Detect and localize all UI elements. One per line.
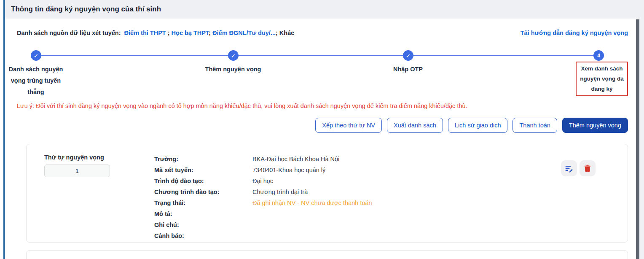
check-icon: ✓ bbox=[406, 53, 411, 59]
field-row-truong: Trường: BKA-Đại học Bách Khoa Hà Nội bbox=[154, 154, 372, 165]
transaction-history-button[interactable]: Lịch sử giao dịch bbox=[448, 118, 508, 133]
field-label: Mô tả: bbox=[154, 210, 252, 217]
field-row-trinh-do: Trình độ đào tạo: Đại học bbox=[154, 175, 372, 186]
step-3-label[interactable]: Nhập OTP bbox=[362, 64, 454, 75]
add-wish-button[interactable]: Thêm nguyện vọng bbox=[562, 118, 628, 133]
step-4-label-highlighted[interactable]: Xem danh sách nguyện vọng đã đăng ký bbox=[576, 62, 628, 96]
field-row-chuong-trinh: Chương trình đào tạo: Chương trình đại t… bbox=[154, 186, 372, 197]
field-value: BKA-Đại học Bách Khoa Hà Nội bbox=[252, 156, 339, 162]
field-value: Đại học bbox=[252, 178, 273, 184]
next-wish-card-edge bbox=[26, 250, 628, 259]
field-row-ma-xet-tuyen: Mã xét tuyển: 7340401-Khoa học quản lý bbox=[154, 165, 372, 175]
left-accent-bar bbox=[3, 0, 5, 259]
step-3-indicator[interactable]: ✓ bbox=[403, 50, 413, 61]
field-label: Mã xét tuyển: bbox=[154, 167, 252, 173]
field-row-canh-bao: Cảnh báo: bbox=[154, 230, 372, 241]
datasource-link-diem-thi-thpt[interactable]: Điểm thi THPT bbox=[124, 30, 166, 36]
check-icon: ✓ bbox=[34, 53, 39, 59]
trash-icon bbox=[583, 164, 592, 173]
datasource-list: Danh sách nguồn dữ liệu xét tuyển: Điểm … bbox=[17, 30, 296, 36]
check-icon: ✓ bbox=[231, 53, 236, 59]
page-header: Thông tin đăng ký nguyện vọng của thí si… bbox=[5, 0, 644, 19]
status-badge: Đã ghi nhận NV - NV chưa được thanh toán bbox=[252, 200, 372, 206]
step-4-indicator[interactable]: 4 bbox=[593, 50, 604, 61]
stepper-line bbox=[36, 55, 598, 56]
field-value: Chương trình đại trà bbox=[252, 189, 308, 195]
payment-button[interactable]: Thanh toán bbox=[513, 118, 557, 133]
field-label: Trạng thái: bbox=[154, 200, 252, 206]
datasource-bar: Danh sách nguồn dữ liệu xét tuyển: Điểm … bbox=[17, 30, 628, 36]
delete-wish-button[interactable] bbox=[580, 160, 596, 176]
field-label: Cảnh báo: bbox=[154, 232, 252, 239]
sort-by-order-button[interactable]: Xếp theo thứ tự NV bbox=[315, 118, 382, 133]
edit-icon bbox=[565, 164, 574, 173]
step-1-label[interactable]: Danh sách nguyện vọng trúng tuyển thẳng bbox=[4, 64, 67, 98]
field-label: Trình độ đào tạo: bbox=[154, 178, 252, 184]
wish-card: Thứ tự nguyện vọng Trường: BKA-Đại học B… bbox=[26, 144, 628, 243]
datasource-link-hoc-ba-thpt[interactable]: Học bạ THPT bbox=[172, 30, 209, 36]
wish-fields: Trường: BKA-Đại học Bách Khoa Hà Nội Mã … bbox=[154, 154, 372, 241]
field-label: Trường: bbox=[154, 156, 252, 162]
field-row-mo-ta: Mô tả: bbox=[154, 208, 372, 219]
step-2-indicator[interactable]: ✓ bbox=[228, 50, 239, 61]
wish-order-label: Thứ tự nguyện vọng bbox=[44, 154, 104, 161]
scrollbar-thumb[interactable] bbox=[636, 19, 639, 259]
field-row-ghi-chu: Ghi chú: bbox=[154, 219, 372, 230]
scrollbar-track[interactable] bbox=[639, 19, 644, 259]
edit-wish-button[interactable] bbox=[561, 160, 577, 176]
download-guide-link[interactable]: Tải hướng dẫn đăng ký nguyện vọng bbox=[521, 30, 628, 36]
step-1-indicator[interactable]: ✓ bbox=[31, 50, 41, 61]
field-label: Ghi chú: bbox=[154, 221, 252, 228]
datasource-separator: ; bbox=[276, 30, 279, 36]
export-list-button[interactable]: Xuất danh sách bbox=[387, 118, 443, 133]
datasource-separator: ; bbox=[209, 30, 212, 36]
notice-text: Lưu ý: Đối với thí sinh đăng ký nguyện v… bbox=[17, 103, 619, 109]
datasource-link-dgnl-tu-duy[interactable]: Điểm ĐGNL/Tư duy/... bbox=[212, 30, 276, 36]
field-row-trang-thai: Trạng thái: Đã ghi nhận NV - NV chưa đượ… bbox=[154, 197, 372, 208]
field-value: 7340401-Khoa học quản lý bbox=[252, 167, 325, 173]
step-4-number: 4 bbox=[597, 53, 600, 58]
datasource-other: Khác bbox=[279, 30, 294, 36]
step-2-label[interactable]: Thêm nguyện vọng bbox=[187, 64, 279, 75]
toolbar: Xếp theo thứ tự NV Xuất danh sách Lịch s… bbox=[315, 118, 628, 133]
datasource-separator: ; bbox=[166, 30, 172, 36]
wish-order-input[interactable] bbox=[44, 165, 110, 177]
field-label: Chương trình đào tạo: bbox=[154, 189, 252, 195]
datasource-label: Danh sách nguồn dữ liệu xét tuyển: bbox=[17, 30, 121, 36]
page-title: Thông tin đăng ký nguyện vọng của thí si… bbox=[11, 5, 161, 13]
